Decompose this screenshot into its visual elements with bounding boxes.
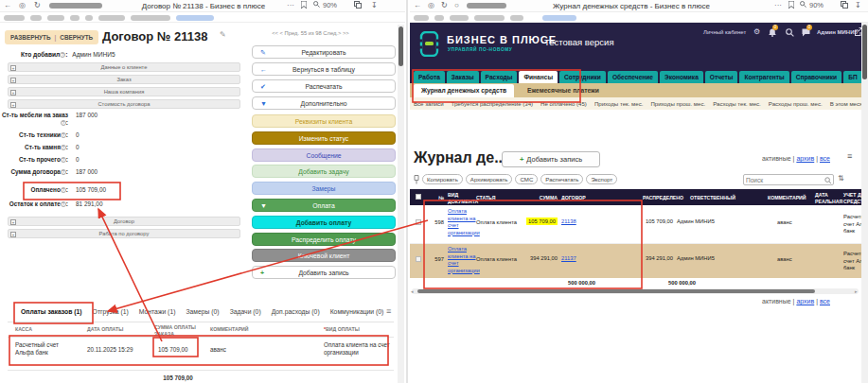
bookmark-icon[interactable] <box>788 1 794 10</box>
view-all[interactable]: все <box>820 298 830 305</box>
add-record-button[interactable]: +Добавить запись <box>252 266 396 279</box>
nav-tab-finansy[interactable]: Финансы <box>519 71 558 83</box>
download-icon[interactable]: ↧ <box>855 1 861 9</box>
sms-button[interactable]: СМС <box>515 174 538 184</box>
section-contract-cost[interactable]: +Стоимость договора <box>8 99 240 109</box>
nav-tab-zakazy[interactable]: Заказы <box>447 71 479 83</box>
payment-row[interactable]: Расчетный счет Альфа банк 20.11.2025 15:… <box>0 339 405 369</box>
shield-icon[interactable]: ◎ <box>428 1 434 9</box>
print-button[interactable]: Распечатать <box>540 174 583 184</box>
subtab-cash-journal[interactable]: Журнал денежных средств <box>414 84 514 97</box>
cell-doc-link[interactable]: Оплата клиента на счет организации <box>448 246 478 274</box>
tab-tasks[interactable]: Задачи (0) <box>230 308 261 315</box>
view-archive[interactable]: архив <box>796 155 814 162</box>
filter-income-past[interactable]: Приходы прош. мес. <box>650 100 705 107</box>
nav-tab-spravochniki[interactable]: Справочники <box>791 71 842 83</box>
record-pagination[interactable]: << < Пред. 55 из 98 След.> >> <box>261 30 360 36</box>
menu-dots-icon[interactable]: ··· <box>774 1 782 9</box>
tab-communications[interactable]: Коммуникации (0) <box>330 308 384 315</box>
collapse-button[interactable]: СВЕРНУТЬ <box>60 34 93 41</box>
search-icon[interactable] <box>786 28 794 38</box>
view-all[interactable]: все <box>820 155 830 162</box>
filter-expense-current[interactable]: Расходы тек. мес. <box>713 100 761 107</box>
cell-contract-link[interactable]: 21138 <box>561 218 590 226</box>
copy-button[interactable]: Копировать <box>422 174 463 184</box>
add-record-button[interactable]: +Добавить запись <box>502 151 600 167</box>
expand-icon[interactable]: + <box>10 78 16 83</box>
shield-icon[interactable]: ◎ <box>19 1 26 9</box>
bell-icon[interactable]: 0 <box>769 28 776 38</box>
zoom-level[interactable]: 90% <box>809 1 824 9</box>
nav-tab-kontragenty[interactable]: Контрагенты <box>739 71 788 83</box>
back-icon[interactable]: ← <box>4 1 11 9</box>
filter-not-paid[interactable]: Не оплачено (45) <box>540 100 587 107</box>
nav-tab-ekonomika[interactable]: Экономика <box>660 71 703 83</box>
more-button[interactable]: ▼Дополнительно <box>252 96 396 110</box>
expand-icon[interactable]: + <box>10 102 16 108</box>
edit-button[interactable]: ✎Редактировать <box>252 45 396 59</box>
scrollbar-thumb[interactable] <box>399 26 403 66</box>
chat-icon[interactable]: 0 <box>802 28 810 38</box>
filter-income-current[interactable]: Приходы тек. мес. <box>594 100 644 107</box>
expand-button[interactable]: РАЗВЕРНУТЬ <box>10 34 51 41</box>
reload-icon[interactable]: ↻ <box>34 1 41 9</box>
filter-all-records[interactable]: Все записи <box>414 100 444 107</box>
nav-tab-sotrudniki[interactable]: Сотрудники <box>559 71 606 83</box>
export-button[interactable]: Экспорт <box>586 174 617 184</box>
zoom-level[interactable]: 90% <box>323 1 337 9</box>
journal-menu-icon[interactable]: ≡ <box>847 151 852 161</box>
tab-measurements[interactable]: Замеры (0) <box>186 308 219 315</box>
add-payment-button[interactable]: Добавить оплату <box>252 216 396 229</box>
personal-cabinet-link[interactable]: Личный кабинет <box>703 29 746 35</box>
tab-order-payments[interactable]: Оплаты заказов (1) <box>21 308 82 315</box>
select-all-checkbox[interactable] <box>416 194 421 200</box>
nav-tab-obespechenie[interactable]: Обеспечение <box>608 71 658 83</box>
view-active[interactable]: активные <box>762 298 791 305</box>
back-icon[interactable]: ← <box>414 1 421 9</box>
panels-icon[interactable] <box>841 1 848 10</box>
panels-icon[interactable] <box>354 1 362 10</box>
section-client-data[interactable]: +Данные о клиенте <box>8 62 240 72</box>
vertical-scrollbar[interactable] <box>861 23 868 383</box>
section-our-company[interactable]: +Наша компания <box>8 87 240 96</box>
change-status-button[interactable]: Изменить статус <box>252 131 396 145</box>
expand-icon[interactable]: + <box>10 90 16 96</box>
user-name[interactable]: Админ МИНИ5 <box>817 29 858 35</box>
measurements-button[interactable]: Замеры <box>252 182 396 195</box>
pin-icon[interactable] <box>414 175 419 185</box>
scrollbar-thumb[interactable] <box>417 289 815 293</box>
row-checkbox[interactable] <box>416 256 421 262</box>
filter-expense-past[interactable]: Расходы прош. мес. <box>769 100 823 107</box>
view-active[interactable]: активные <box>762 155 791 162</box>
section-order[interactable]: +Заказ <box>8 75 240 84</box>
tab-shipment[interactable]: Отгрузка (1) <box>93 308 129 315</box>
expand-icon[interactable]: + <box>10 219 16 225</box>
nav-tab-raskhody[interactable]: Расходы <box>481 71 518 83</box>
section-contract-work[interactable]: +Работа по договору <box>8 229 240 238</box>
filter-needs-distribution[interactable]: Требуется распределение (34) <box>452 100 534 107</box>
add-task-button[interactable]: Добавить задачу <box>252 165 396 178</box>
section-contract[interactable]: +Договор <box>8 217 240 226</box>
tabs-menu-icon[interactable]: ≡ <box>386 306 391 316</box>
distribute-payment-button[interactable]: Распределить оплату <box>252 233 396 246</box>
expand-icon[interactable]: + <box>10 232 16 237</box>
row-checkbox[interactable] <box>416 219 421 225</box>
menu-dots-icon[interactable]: ··· <box>287 1 294 9</box>
archive-button[interactable]: Архивировать <box>466 174 513 184</box>
tab-installations[interactable]: Монтажи (1) <box>139 308 176 315</box>
nav-tab-bp[interactable]: БП <box>843 71 861 83</box>
payment-button[interactable]: ▼Оплата <box>252 199 396 212</box>
key-client-button[interactable]: Ключевой клиент <box>252 249 396 262</box>
scrollbar-thumb[interactable] <box>862 25 867 79</box>
scroll-right-arrow[interactable]: ▸ <box>855 288 858 294</box>
message-button[interactable]: Сообщение <box>252 148 396 162</box>
download-icon[interactable]: ↧ <box>371 1 378 9</box>
print-button[interactable]: ✔Распечатать <box>252 79 396 93</box>
journal-row-598[interactable]: 598 Оплата клиента на счет организации О… <box>410 205 861 244</box>
tab-extra-expenses[interactable]: Доп.расходы (0) <box>272 308 320 315</box>
reload-icon[interactable]: ↻ <box>441 1 448 9</box>
expand-icon[interactable]: + <box>10 65 16 71</box>
bookmark-icon[interactable] <box>301 1 307 10</box>
back-to-table-button[interactable]: ←Вернуться в таблицу <box>252 62 396 76</box>
vertical-scrollbar[interactable] <box>398 25 404 383</box>
